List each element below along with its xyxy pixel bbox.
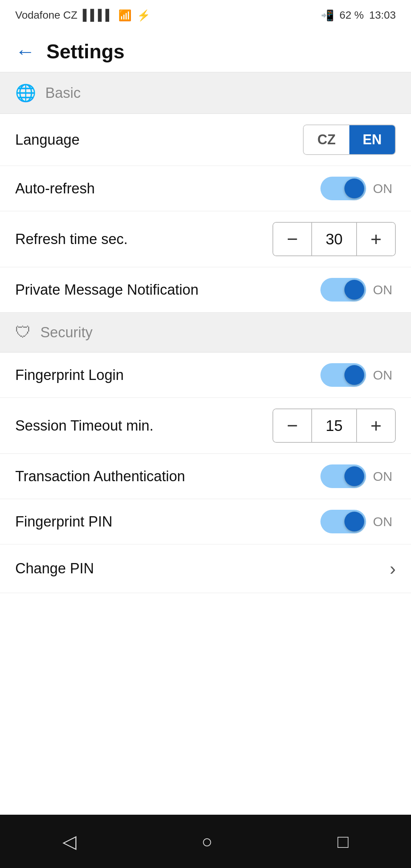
- auto-refresh-on-label: ON: [373, 181, 396, 196]
- private-message-row: Private Message Notification ON: [0, 267, 411, 313]
- fingerprint-pin-control: ON: [320, 510, 396, 533]
- auto-refresh-label: Auto-refresh: [15, 180, 95, 197]
- fingerprint-pin-label: Fingerprint PIN: [15, 514, 113, 530]
- transaction-auth-on-label: ON: [373, 469, 396, 484]
- transaction-auth-toggle[interactable]: [320, 464, 366, 488]
- session-timeout-decrement[interactable]: −: [273, 408, 311, 443]
- private-message-toggle[interactable]: [320, 278, 366, 302]
- fingerprint-pin-row: Fingerprint PIN ON: [0, 499, 411, 544]
- bluetooth-icon: 📲: [321, 9, 334, 22]
- language-row: Language CZ EN: [0, 114, 411, 166]
- fingerprint-pin-on-label: ON: [373, 514, 396, 529]
- refresh-time-row: Refresh time sec. − 30 +: [0, 211, 411, 267]
- session-timeout-value: 15: [311, 408, 357, 443]
- auto-refresh-control: ON: [320, 177, 396, 200]
- change-pin-label: Change PIN: [15, 560, 94, 577]
- usb-icon: ⚡: [137, 9, 150, 22]
- fingerprint-login-thumb: [344, 365, 364, 385]
- transaction-auth-control: ON: [320, 464, 396, 488]
- signal-icon: ▌▌▌▌: [83, 9, 113, 21]
- fingerprint-login-on-label: ON: [373, 368, 396, 383]
- transaction-auth-thumb: [344, 466, 364, 486]
- refresh-time-decrement[interactable]: −: [273, 222, 311, 256]
- session-timeout-increment[interactable]: +: [357, 408, 395, 443]
- fingerprint-login-row: Fingerprint Login ON: [0, 353, 411, 398]
- auto-refresh-toggle[interactable]: [320, 177, 366, 200]
- transaction-auth-row: Transaction Authentication ON: [0, 454, 411, 499]
- fingerprint-pin-thumb: [344, 512, 364, 531]
- session-timeout-row: Session Timeout min. − 15 +: [0, 398, 411, 454]
- private-message-thumb: [344, 280, 364, 300]
- fingerprint-login-control: ON: [320, 363, 396, 387]
- auto-refresh-row: Auto-refresh ON: [0, 166, 411, 211]
- auto-refresh-thumb: [344, 179, 364, 198]
- session-timeout-stepper: − 15 +: [272, 408, 396, 443]
- nav-back-button[interactable]: ◁: [62, 831, 76, 852]
- fingerprint-login-label: Fingerprint Login: [15, 367, 124, 383]
- refresh-time-stepper: − 30 +: [272, 222, 396, 256]
- security-section-label: Security: [40, 324, 92, 341]
- refresh-time-value: 30: [311, 222, 357, 256]
- language-toggle[interactable]: CZ EN: [303, 124, 396, 155]
- nav-home-button[interactable]: ○: [201, 831, 212, 852]
- status-bar: Vodafone CZ ▌▌▌▌ 📶 ⚡ 📲 62 % 13:03: [0, 0, 411, 30]
- carrier-label: Vodafone CZ: [15, 9, 77, 21]
- fingerprint-login-toggle[interactable]: [320, 363, 366, 387]
- session-timeout-label: Session Timeout min.: [15, 418, 153, 434]
- basic-section-header: 🌐 Basic: [0, 72, 411, 114]
- battery-label: 62 %: [339, 9, 364, 21]
- status-bar-right: 📲 62 % 13:03: [321, 9, 396, 22]
- private-message-on-label: ON: [373, 282, 396, 297]
- basic-section-label: Basic: [45, 85, 81, 101]
- shield-icon: 🛡: [15, 323, 31, 341]
- nav-recent-button[interactable]: □: [338, 831, 349, 852]
- status-bar-left: Vodafone CZ ▌▌▌▌ 📶 ⚡: [15, 9, 150, 22]
- refresh-time-increment[interactable]: +: [357, 222, 395, 256]
- page-title: Settings: [46, 40, 124, 63]
- language-option-en[interactable]: EN: [349, 125, 395, 154]
- security-section-header: 🛡 Security: [0, 313, 411, 353]
- top-navigation: ← Settings: [0, 30, 411, 72]
- time-label: 13:03: [369, 9, 396, 21]
- transaction-auth-label: Transaction Authentication: [15, 468, 185, 485]
- language-option-cz[interactable]: CZ: [304, 125, 349, 154]
- wifi-icon: 📶: [118, 9, 132, 22]
- chevron-right-icon: ›: [390, 558, 396, 579]
- globe-icon: 🌐: [15, 83, 36, 103]
- change-pin-row[interactable]: Change PIN ›: [0, 544, 411, 593]
- language-label: Language: [15, 132, 80, 148]
- private-message-control: ON: [320, 278, 396, 302]
- bottom-nav-bar: ◁ ○ □: [0, 815, 411, 868]
- private-message-label: Private Message Notification: [15, 282, 199, 298]
- language-control: CZ EN: [303, 124, 396, 155]
- fingerprint-pin-toggle[interactable]: [320, 510, 366, 533]
- refresh-time-label: Refresh time sec.: [15, 231, 128, 247]
- back-button[interactable]: ←: [15, 41, 35, 61]
